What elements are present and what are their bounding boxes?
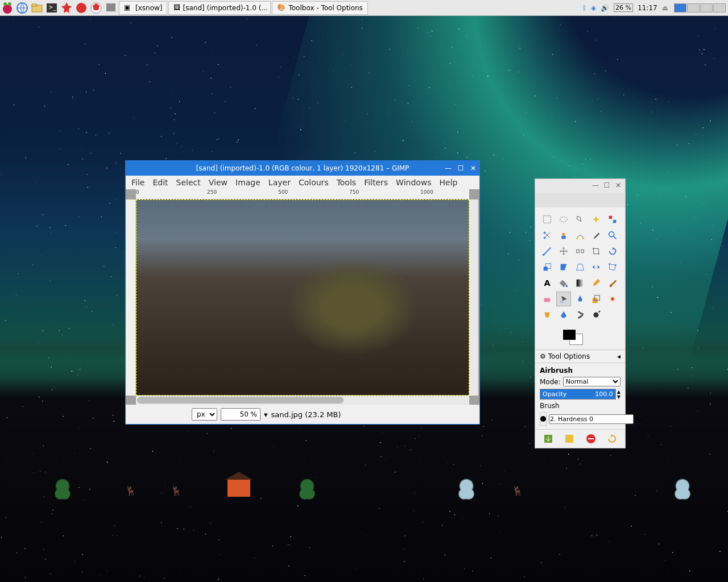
color-picker-tool-icon[interactable]	[589, 228, 603, 243]
workspace-2[interactable]	[687, 3, 700, 13]
taskbar-task-xsnow[interactable]: ▣[xsnow]	[119, 1, 167, 15]
scrollbar-vertical[interactable]	[469, 199, 478, 396]
flip-tool-icon[interactable]	[589, 260, 603, 275]
fg-color-swatch[interactable]	[562, 329, 576, 340]
foreground-select-tool-icon[interactable]	[556, 228, 571, 243]
app-icon[interactable]	[60, 1, 73, 15]
taskbar-task-gimp-image[interactable]: 🖼[sand] (imported)-1.0 (...	[168, 1, 271, 15]
delete-preset-icon[interactable]	[585, 433, 597, 444]
measure-tool-icon[interactable]	[540, 244, 555, 259]
scale-tool-icon[interactable]	[540, 260, 555, 275]
blend-tool-icon[interactable]	[573, 276, 588, 290]
eject-icon[interactable]: ⏏	[662, 4, 668, 12]
ruler-vertical[interactable]	[126, 199, 136, 396]
app-icon[interactable]	[75, 1, 88, 15]
raspberry-menu-icon[interactable]	[1, 1, 14, 15]
wifi-icon[interactable]: ◈	[591, 4, 596, 12]
save-preset-icon[interactable]	[543, 433, 554, 444]
zoom-dropdown-icon[interactable]: ▾	[264, 410, 268, 419]
taskbar-task-gimp-toolbox[interactable]: 🎨Toolbox - Tool Options	[272, 1, 367, 15]
bluetooth-icon[interactable]: ᛒ	[582, 4, 586, 12]
align-tool-icon[interactable]	[573, 244, 588, 259]
bucket-fill-tool-icon[interactable]	[556, 276, 571, 290]
heal-tool-icon[interactable]	[605, 292, 620, 306]
crop-tool-icon[interactable]	[589, 244, 603, 259]
maximize-button[interactable]: ☐	[602, 181, 611, 190]
spinner-down-icon[interactable]: ▼	[617, 394, 621, 400]
zoom-tool-icon[interactable]	[605, 228, 620, 243]
blur-tool-icon[interactable]	[556, 307, 571, 322]
cage-tool-icon[interactable]	[605, 260, 620, 275]
scissors-tool-icon[interactable]	[540, 228, 555, 243]
dodge-tool-icon[interactable]	[589, 307, 603, 322]
ruler-horizontal[interactable]: 0 250 500 750 1000	[136, 189, 469, 199]
perspective-tool-icon[interactable]	[573, 260, 588, 275]
color-swatches[interactable]	[535, 327, 625, 350]
scrollbar-horizontal[interactable]	[136, 396, 469, 405]
rotate-tool-icon[interactable]	[605, 244, 620, 259]
menu-layer[interactable]: Layer	[268, 178, 291, 187]
menu-help[interactable]: Help	[440, 178, 458, 187]
rect-select-tool-icon[interactable]	[540, 212, 555, 227]
paths-tool-icon[interactable]	[573, 228, 588, 243]
terminal-icon[interactable]: >_	[45, 1, 59, 15]
menu-windows[interactable]: Windows	[396, 178, 432, 187]
app-icon[interactable]	[89, 1, 103, 15]
gimp-titlebar[interactable]: [sand] (imported)-1.0 (RGB colour, 1 lay…	[126, 161, 479, 176]
minimize-button[interactable]: —	[591, 181, 600, 190]
eraser-tool-icon[interactable]	[540, 292, 555, 306]
clock[interactable]: 11:17	[638, 4, 657, 12]
workspace-pager[interactable]	[674, 3, 726, 13]
menu-arrow-icon[interactable]: ◂	[617, 352, 621, 360]
airbrush-tool-icon[interactable]	[556, 292, 571, 306]
tool-options-header[interactable]: ⚙ Tool Options ◂	[535, 350, 625, 363]
mode-select[interactable]: Normal	[563, 377, 621, 386]
shear-tool-icon[interactable]	[556, 260, 571, 275]
menu-file[interactable]: File	[131, 178, 144, 187]
menu-image[interactable]: Image	[235, 178, 260, 187]
filemanager-icon[interactable]	[30, 1, 44, 15]
brush-edit-icon[interactable]: ✎	[636, 415, 641, 423]
by-color-select-tool-icon[interactable]	[605, 212, 620, 227]
opacity-slider[interactable]: Opacity 100.0	[540, 389, 616, 400]
paintbrush-tool-icon[interactable]	[605, 276, 620, 290]
svg-point-8	[76, 3, 86, 13]
browser-icon[interactable]	[15, 1, 29, 15]
workspace-1[interactable]	[674, 3, 686, 13]
close-button[interactable]: ✕	[614, 181, 623, 190]
image-canvas[interactable]	[136, 199, 469, 396]
clone-tool-icon[interactable]	[589, 292, 603, 306]
move-tool-icon[interactable]	[556, 244, 571, 259]
menu-view[interactable]: View	[209, 178, 228, 187]
battery-indicator[interactable]: 26 %	[614, 3, 633, 12]
volume-icon[interactable]: 🔊	[601, 4, 609, 12]
brush-preview[interactable]	[540, 412, 547, 426]
pencil-tool-icon[interactable]	[589, 276, 603, 290]
menu-filters[interactable]: Filters	[364, 178, 388, 187]
restore-preset-icon[interactable]	[564, 433, 575, 444]
workspace-3[interactable]	[700, 3, 713, 13]
menu-select[interactable]: Select	[176, 178, 201, 187]
spinner-up-icon[interactable]: ▲	[617, 389, 621, 394]
ellipse-select-tool-icon[interactable]	[556, 212, 571, 227]
fuzzy-select-tool-icon[interactable]	[589, 212, 603, 227]
ink-tool-icon[interactable]	[573, 292, 588, 306]
close-button[interactable]: ✕	[469, 164, 477, 172]
reset-preset-icon[interactable]	[606, 433, 618, 444]
show-desktop-icon[interactable]	[104, 1, 118, 15]
menu-tools[interactable]: Tools	[337, 178, 357, 187]
free-select-tool-icon[interactable]	[573, 212, 588, 227]
brush-name-input[interactable]	[549, 414, 634, 424]
toolbox-titlebar[interactable]: — ☐ ✕	[535, 179, 625, 193]
text-tool-icon[interactable]: A	[540, 276, 555, 290]
maximize-button[interactable]: ☐	[457, 164, 465, 172]
menu-edit[interactable]: Edit	[152, 178, 168, 187]
perspective-clone-tool-icon[interactable]	[540, 307, 555, 322]
smudge-tool-icon[interactable]	[573, 307, 588, 322]
menu-colours[interactable]: Colours	[299, 178, 329, 187]
minimize-button[interactable]: —	[444, 164, 452, 172]
zoom-input[interactable]	[221, 408, 260, 421]
toolbox-tabs[interactable]	[535, 193, 625, 207]
workspace-4[interactable]	[713, 3, 726, 13]
unit-select[interactable]: px	[192, 408, 217, 421]
